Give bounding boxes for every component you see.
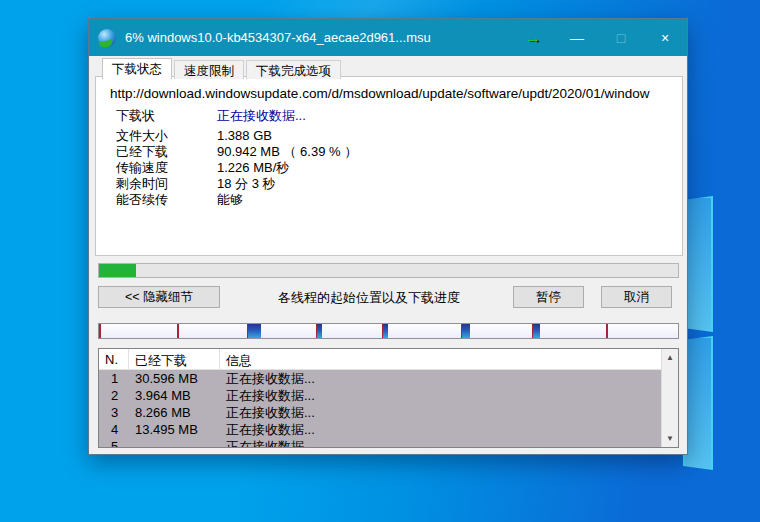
field-label: 能否续传: [116, 192, 217, 208]
cell-downloaded: [129, 438, 220, 448]
cell-downloaded: 8.266 MB: [129, 404, 220, 421]
field-row-resume: 能否续传 能够: [116, 192, 357, 208]
field-label: 下载状: [116, 108, 217, 124]
field-row-downloaded: 已经下载 90.942 MB （ 6.39 % ）: [116, 144, 357, 160]
table-row[interactable]: 1 30.596 MB 正在接收数据...: [99, 370, 661, 387]
cell-n: 1: [99, 370, 129, 387]
thread-downloaded-block: [383, 324, 388, 338]
field-row-status: 下载状 正在接收数据...: [116, 108, 357, 124]
overall-progress-fill: [99, 264, 136, 277]
overall-progress-bar: [98, 263, 679, 278]
thread-start-marker: [99, 324, 101, 338]
cell-info: 正在接收数据...: [220, 370, 661, 387]
cell-info: 正在接收数据...: [220, 404, 661, 421]
cell-downloaded: 3.964 MB: [129, 387, 220, 404]
field-label: 剩余时间: [116, 176, 217, 192]
col-header-info: 信息: [220, 349, 678, 369]
thread-start-marker: [177, 324, 179, 338]
thread-downloaded-block: [248, 324, 260, 338]
minimize-button[interactable]: —: [555, 19, 599, 56]
tab-on-completion[interactable]: 下载完成选项: [246, 60, 341, 79]
thread-start-marker: [606, 324, 608, 338]
threads-table-header: N. 已经下载 信息: [99, 349, 678, 370]
maximize-button[interactable]: □: [599, 19, 643, 56]
thread-downloaded-block: [533, 324, 540, 338]
cancel-button[interactable]: 取消: [601, 286, 672, 308]
threads-caption: 各线程的起始位置以及下载进度: [229, 289, 509, 307]
cell-n: 3: [99, 404, 129, 421]
field-row-filesize: 文件大小 1.388 GB: [116, 128, 357, 144]
field-value-filesize: 1.388 GB: [217, 128, 272, 144]
cell-n: 2: [99, 387, 129, 404]
thread-downloaded-block: [317, 324, 322, 338]
scroll-up-icon[interactable]: ▲: [662, 349, 678, 366]
tab-speed-limit[interactable]: 速度限制: [174, 60, 244, 79]
table-row-partial[interactable]: 5 正在接收数据...: [99, 438, 661, 448]
thread-downloaded-block: [462, 324, 470, 338]
idm-download-dialog: 6% windows10.0-kb4534307-x64_aecae2d961.…: [88, 18, 688, 455]
cell-downloaded: 13.495 MB: [129, 421, 220, 438]
download-status-page: http://download.windowsupdate.com/d/msdo…: [95, 76, 683, 256]
download-url: http://download.windowsupdate.com/d/msdo…: [110, 86, 670, 101]
threads-table-body: 1 30.596 MB 正在接收数据... 2 3.964 MB 正在接收数据.…: [99, 370, 661, 447]
scroll-down-icon[interactable]: ▼: [662, 430, 678, 447]
field-value-status: 正在接收数据...: [217, 108, 306, 124]
field-row-speed: 传输速度 1.226 MB/秒: [116, 160, 357, 176]
field-value-speed: 1.226 MB/秒: [217, 160, 289, 176]
tab-download-status[interactable]: 下载状态: [102, 58, 172, 79]
vertical-scrollbar[interactable]: ▲ ▼: [661, 349, 678, 447]
idm-globe-icon: [98, 29, 116, 47]
green-arrow-icon: →: [525, 29, 541, 47]
field-value-downloaded: 90.942 MB （ 6.39 % ）: [217, 144, 357, 160]
cell-downloaded: 30.596 MB: [129, 370, 220, 387]
col-header-downloaded: 已经下载: [129, 349, 220, 369]
field-label: 文件大小: [116, 128, 217, 144]
field-label: 已经下载: [116, 144, 217, 160]
field-label: 传输速度: [116, 160, 217, 176]
tab-strip: 下载状态 速度限制 下载完成选项: [89, 58, 687, 79]
field-row-timeleft: 剩余时间 18 分 3 秒: [116, 176, 357, 192]
field-value-timeleft: 18 分 3 秒: [217, 176, 276, 192]
col-header-n: N.: [99, 349, 129, 369]
table-row[interactable]: 2 3.964 MB 正在接收数据...: [99, 387, 661, 404]
cell-info: 正在接收数据...: [220, 387, 661, 404]
pause-button[interactable]: 暂停: [513, 286, 584, 308]
cell-info: 正在接收数据...: [220, 421, 661, 438]
close-button[interactable]: ×: [643, 19, 687, 56]
cell-n: 4: [99, 421, 129, 438]
thread-progress-bar: [98, 323, 679, 339]
titlebar[interactable]: 6% windows10.0-kb4534307-x64_aecae2d961.…: [89, 19, 687, 56]
status-fields: 下载状 正在接收数据... 文件大小 1.388 GB 已经下载 90.942 …: [116, 108, 357, 208]
cell-info: 正在接收数据...: [220, 438, 661, 448]
hide-details-button[interactable]: << 隐藏细节: [98, 286, 220, 308]
window-title: 6% windows10.0-kb4534307-x64_aecae2d961.…: [125, 30, 525, 45]
field-value-resume: 能够: [217, 192, 243, 208]
cell-n: 5: [99, 438, 129, 448]
table-row[interactable]: 4 13.495 MB 正在接收数据...: [99, 421, 661, 438]
desktop-wallpaper: 6% windows10.0-kb4534307-x64_aecae2d961.…: [0, 0, 760, 522]
threads-table: N. 已经下载 信息 1 30.596 MB 正在接收数据... 2 3.964…: [98, 348, 679, 448]
table-row[interactable]: 3 8.266 MB 正在接收数据...: [99, 404, 661, 421]
